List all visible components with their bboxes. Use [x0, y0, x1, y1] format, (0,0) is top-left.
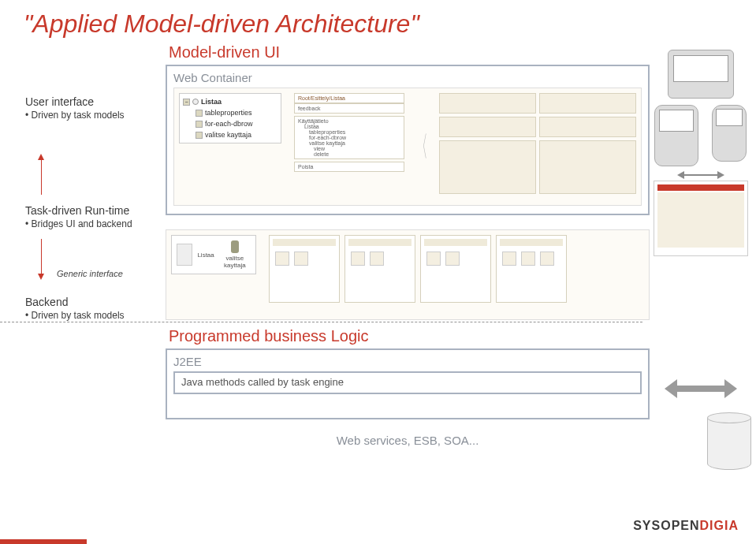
double-arrow-icon	[683, 174, 719, 176]
java-methods-box: Java methods called by task engine	[173, 371, 642, 394]
panel-label: delete	[298, 151, 400, 157]
panel-label: view	[298, 146, 400, 151]
panel-label: feedback	[298, 106, 320, 111]
footer-services: Web services, ESB, SOA...	[166, 434, 650, 447]
mdui-stage: −Listaa tableproperties for-each-dbrow v…	[173, 88, 642, 206]
j2ee-box: J2EE Java methods called by task engine	[166, 348, 650, 419]
ui-sub: Driven by task models	[25, 110, 166, 121]
tree-item: tableproperties	[205, 107, 252, 118]
web-container-label: Web Container	[173, 71, 642, 84]
breadcrumb: Root/Esittely/Listaa	[298, 95, 345, 101]
left-column: User interface Driven by task models Tas…	[0, 43, 166, 474]
runtime-tree: Listaa valitse kayttaja	[171, 235, 256, 274]
tree-item: valitse kayttaja	[205, 129, 251, 140]
right-column	[650, 43, 756, 474]
divider-dashed	[0, 322, 642, 322]
rt-label-left: Listaa	[197, 252, 214, 259]
center-column: Model-driven UI Web Container −Listaa ta…	[166, 43, 650, 474]
preview-column	[439, 93, 636, 194]
rt-sub: Bridges UI and backend	[25, 218, 166, 229]
bracket-icon: 〈	[420, 93, 424, 200]
panel-label: Käyttäjätieto	[298, 118, 400, 124]
tree-root: Listaa	[201, 96, 222, 107]
device-phone-small	[712, 105, 747, 162]
java-methods-text: Java methods called by task engine	[181, 376, 344, 388]
page-title: "Applied Model-driven Architecture"	[0, 0, 756, 43]
tree-panel: −Listaa tableproperties for-each-dbrow v…	[179, 93, 281, 143]
user-interface-block: User interface Driven by task models	[25, 95, 166, 121]
rt-heading: Task-driven Run-time	[25, 204, 166, 217]
corner-accent	[0, 539, 87, 544]
pbl-heading: Programmed business Logic	[169, 327, 650, 345]
arrow-down-icon	[41, 239, 42, 275]
web-preview	[654, 181, 748, 256]
logo: SYSOPENDIGIA	[633, 519, 739, 533]
device-pda	[668, 50, 734, 99]
device-phone	[654, 105, 698, 166]
runtime-block: Task-driven Run-time Bridges UI and back…	[25, 204, 166, 229]
generic-interface-label: Generic interface	[57, 269, 166, 278]
nested-panels: Root/Esittely/Listaa feedback Käyttäjäti…	[294, 93, 404, 174]
backend-heading: Backend	[25, 296, 166, 308]
panel-label: tableproperties	[298, 129, 400, 135]
backend-block: Backend Driven by task models	[25, 296, 166, 321]
panel-label: Listaa	[298, 124, 400, 129]
j2ee-label: J2EE	[173, 355, 642, 368]
logo-b: DIGIA	[700, 519, 739, 532]
panel-label: Poista	[298, 164, 313, 170]
runtime-stage: Listaa valitse kayttaja	[166, 229, 650, 320]
logo-a: SYSOPEN	[633, 519, 699, 532]
panel-label: for-each-dbrow	[298, 135, 400, 140]
web-container-box: Web Container −Listaa tableproperties fo…	[166, 65, 650, 215]
rt-label-right: valitse kayttaja	[219, 255, 251, 269]
tree-item: for-each-dbrow	[205, 118, 253, 129]
backend-sub: Driven by task models	[25, 310, 166, 321]
runtime-cards	[269, 235, 644, 303]
ui-heading: User interface	[25, 95, 166, 108]
double-arrow-large-icon	[676, 386, 726, 392]
panel-label: valitse kayttaja	[298, 140, 400, 146]
arrow-up-icon	[41, 158, 42, 195]
database-icon	[707, 412, 751, 474]
model-driven-ui-heading: Model-driven UI	[169, 43, 650, 61]
